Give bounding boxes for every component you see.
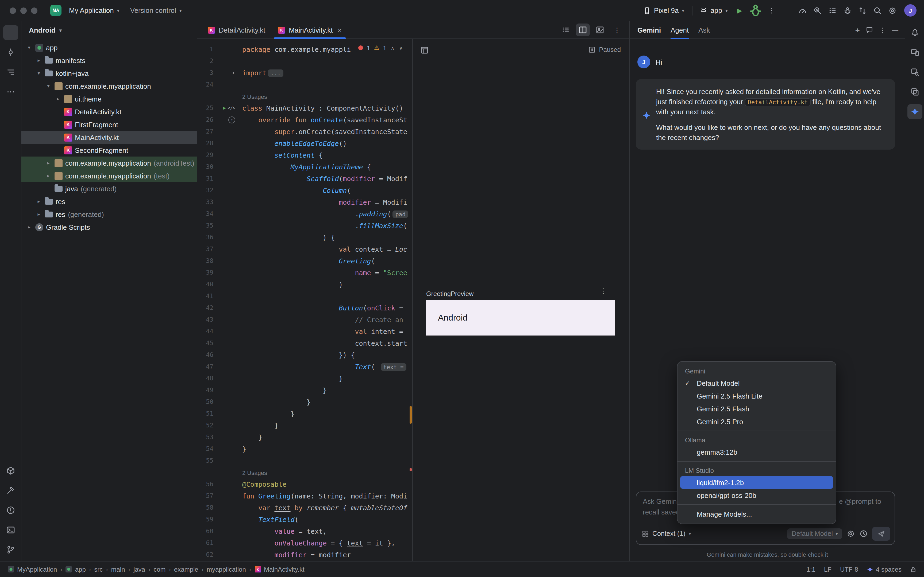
resource-manager-tool-button[interactable]: [907, 84, 922, 99]
commit-tool-button[interactable]: [3, 45, 18, 60]
close-tab-icon[interactable]: ×: [338, 26, 342, 34]
notifications-tool-button[interactable]: [907, 25, 922, 40]
user-avatar[interactable]: J: [904, 4, 916, 16]
hide-panel-icon[interactable]: —: [892, 26, 898, 34]
split-editor-icon[interactable]: [576, 24, 590, 36]
caret-position[interactable]: 1:1: [807, 566, 816, 573]
tree-item-com.example.myapplication[interactable]: ▸com.example.myapplication (androidTest): [21, 156, 197, 169]
layout-inspector-tool-button[interactable]: [907, 64, 922, 80]
dependencies-tool-button[interactable]: [3, 463, 18, 478]
model-option-Gemini 2.5 Flash Lite[interactable]: Gemini 2.5 Flash Lite: [680, 390, 833, 402]
model-option-Manage Models...[interactable]: Manage Models...: [680, 508, 833, 521]
code-vision-usages[interactable]: 2 Usages: [197, 466, 412, 478]
editor-tab-MainActivity.kt[interactable]: KMainActivity.kt×: [271, 21, 348, 39]
indent-setting[interactable]: 4 spaces: [867, 566, 901, 573]
terminal-tool-button[interactable]: [3, 522, 18, 537]
breadcrumb-item[interactable]: example: [174, 566, 199, 573]
tree-chevron-icon[interactable]: ▾: [26, 45, 32, 50]
project-tool-button[interactable]: [3, 25, 18, 40]
model-option-Default Model[interactable]: ✓Default Model: [680, 377, 833, 390]
next-issue-button[interactable]: ∨: [399, 45, 403, 50]
device-selector[interactable]: Pixel 9a▾: [640, 4, 688, 16]
version-control-tool-button[interactable]: [3, 542, 18, 557]
structure-view-icon[interactable]: [559, 24, 573, 36]
run-gutter-icon[interactable]: ▶: [223, 105, 226, 111]
editor-tab-DetailActivity.kt[interactable]: KDetailActivity.kt: [202, 21, 271, 39]
breadcrumb-item[interactable]: src: [94, 566, 103, 573]
chat-list-icon[interactable]: [866, 26, 873, 34]
tree-chevron-icon[interactable]: ▸: [26, 224, 32, 230]
debug-button[interactable]: [748, 3, 763, 18]
breadcrumb-item[interactable]: myapplication: [207, 566, 246, 573]
scrollbar-thumb[interactable]: [410, 406, 412, 424]
build-tool-button[interactable]: [3, 483, 18, 498]
tree-chevron-icon[interactable]: ▸: [35, 58, 42, 63]
run-button[interactable]: ▶: [732, 3, 747, 18]
tree-item-manifests[interactable]: ▸manifests: [21, 54, 197, 67]
tree-item-app[interactable]: ▾app: [21, 41, 197, 54]
tree-chevron-icon[interactable]: ▸: [45, 173, 52, 179]
lock-icon[interactable]: [910, 566, 916, 572]
send-button[interactable]: [872, 527, 890, 541]
breadcrumb-item[interactable]: app: [66, 565, 86, 573]
history-icon[interactable]: [859, 529, 868, 538]
tree-item-FirstFragment[interactable]: KFirstFragment: [21, 118, 197, 131]
tree-item-MainActivity.kt[interactable]: KMainActivity.kt: [21, 131, 197, 144]
problems-tool-button[interactable]: [3, 503, 18, 518]
code-vision-usages[interactable]: 2 Usages: [197, 90, 412, 102]
project-view-selector[interactable]: Android ▾: [21, 21, 197, 39]
overrides-gutter-icon[interactable]: ↑: [228, 116, 235, 123]
task-list-icon[interactable]: [825, 3, 840, 18]
model-option-Gemini 2.5 Flash[interactable]: Gemini 2.5 Flash: [680, 402, 833, 415]
structure-tool-button[interactable]: [3, 64, 18, 80]
breadcrumb-item[interactable]: MyApplication: [8, 565, 57, 573]
zoom-window-button[interactable]: [31, 7, 37, 14]
gemini-tool-button[interactable]: [907, 104, 922, 119]
running-devices-tool-button[interactable]: [907, 45, 922, 60]
code-editor[interactable]: 1 ⚠ 1 ∧ ∨ 1package com.example.myappli23…: [197, 39, 412, 561]
find-action-icon[interactable]: [810, 3, 825, 18]
design-view-icon[interactable]: [593, 24, 607, 36]
tree-item-com.example.myapplication[interactable]: ▾com.example.myapplication: [21, 80, 197, 92]
model-option-Gemini 2.5 Pro[interactable]: Gemini 2.5 Pro: [680, 415, 833, 428]
tree-item-kotlin+java[interactable]: ▾kotlin+java: [21, 67, 197, 80]
close-window-button[interactable]: [10, 7, 16, 14]
model-option-openai/gpt-oss-20b[interactable]: openai/gpt-oss-20b: [680, 489, 833, 502]
file-encoding[interactable]: UTF-8: [840, 566, 858, 573]
tree-chevron-icon[interactable]: ▸: [35, 211, 42, 217]
tree-item-DetailActivity.kt[interactable]: KDetailActivity.kt: [21, 105, 197, 118]
tree-item-Gradle Scripts[interactable]: ▸GGradle Scripts: [21, 221, 197, 234]
vcs-menu[interactable]: Version control▾: [127, 4, 185, 16]
profiler-icon[interactable]: [795, 3, 810, 18]
compose-gutter-icon[interactable]: </>: [228, 105, 235, 110]
preview-zoom-icon[interactable]: [420, 46, 429, 55]
breadcrumb-item[interactable]: java: [133, 566, 145, 573]
tree-item-ui.theme[interactable]: ▸ui.theme: [21, 92, 197, 105]
run-configuration-selector[interactable]: app▾: [697, 4, 731, 16]
project-menu[interactable]: My Application▾: [66, 4, 123, 16]
tree-chevron-icon[interactable]: ▸: [55, 96, 61, 102]
vcs-update-icon[interactable]: [855, 3, 870, 18]
gemini-tab-Ask[interactable]: Ask: [698, 21, 710, 39]
tree-item-res[interactable]: ▸res (generated): [21, 208, 197, 221]
model-selector[interactable]: Default Model ▾: [787, 529, 842, 539]
breadcrumb-item[interactable]: main: [111, 566, 125, 573]
context-chip[interactable]: Context (1) ▾: [642, 530, 691, 537]
fold-region-icon[interactable]: ▸: [233, 70, 235, 75]
line-ending[interactable]: LF: [824, 566, 832, 573]
model-option-liquid/lfm2-1.2b[interactable]: liquid/lfm2-1.2b: [680, 476, 833, 489]
more-run-options-icon[interactable]: ⋮: [764, 3, 779, 18]
tree-item-com.example.myapplication[interactable]: ▸com.example.myapplication (test): [21, 169, 197, 182]
search-everywhere-icon[interactable]: [870, 3, 885, 18]
gemini-tab-Agent[interactable]: Agent: [670, 21, 689, 39]
settings-icon[interactable]: [885, 3, 900, 18]
tree-item-SecondFragment[interactable]: KSecondFragment: [21, 144, 197, 156]
bug-report-icon[interactable]: [840, 3, 855, 18]
editor-options-icon[interactable]: ⋮: [610, 24, 624, 36]
new-chat-icon[interactable]: +: [855, 25, 860, 34]
preview-options-icon[interactable]: ⋮: [600, 287, 607, 295]
tree-chevron-icon[interactable]: ▸: [45, 160, 52, 166]
gemini-settings-icon[interactable]: [846, 529, 855, 538]
tree-item-java[interactable]: java (generated): [21, 182, 197, 195]
panel-options-icon[interactable]: ⋮: [879, 26, 886, 34]
